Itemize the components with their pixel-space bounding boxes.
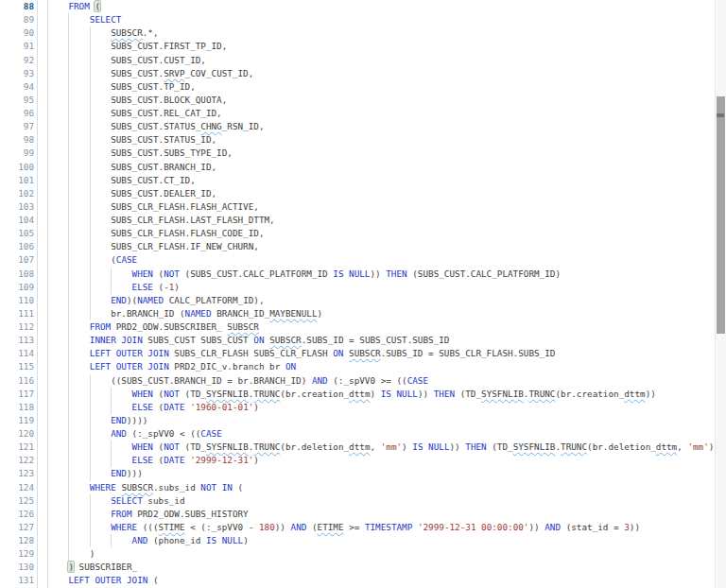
code-line[interactable]: SUBS_CUST.STATUS_CHNG_RSN_ID, (47, 120, 265, 133)
code-area[interactable]: SUBSCR.*, (37, 26, 726, 40)
code-area[interactable]: AND (:_spVV0 < ((CASE (37, 427, 726, 441)
code-line[interactable]: SUBS_CUST.CUST_ID, (47, 54, 206, 67)
code-line[interactable]: WHEN (NOT (TD_SYSFNLIB.TRUNC(br.deletion… (47, 441, 719, 454)
code-line[interactable]: SUBS_CUST.DEALER_ID, (47, 187, 216, 200)
code-line[interactable]: SUBS_CUST.REL_CAT_ID, (47, 107, 222, 120)
code-area[interactable]: SUBS_CLR_FLASH.IF_NEW_CHURN, (37, 240, 726, 253)
code-area[interactable]: ) (37, 547, 726, 561)
code-area[interactable]: ) SUBSCRIBER_ (37, 561, 726, 574)
code-area[interactable]: SUBS_CUST.TP_ID, (37, 80, 726, 94)
code-line[interactable]: SELECT subs_id (47, 494, 185, 508)
editor-row: 111 br.BRANCH_ID (NAMED BRANCH_ID_MAYBEN… (0, 307, 726, 320)
sql-text: ( (233, 482, 243, 493)
code-area[interactable]: WHEN (NOT (TD_SYSFNLIB.TRUNC(br.creation… (37, 388, 726, 401)
sql-keyword: NAMED (185, 308, 212, 319)
code-line[interactable]: SUBS_CUST.SUBS_TYPE_ID, (47, 147, 233, 160)
code-area[interactable]: SUBS_CUST.REL_CAT_ID, (37, 107, 726, 120)
code-area[interactable]: ELSE (-1) (37, 281, 726, 294)
code-line[interactable]: br.BRANCH_ID (NAMED BRANCH_ID_MAYBENULL) (47, 307, 322, 320)
code-area[interactable]: END)(NAMED CALC_PLATFORM_ID), (37, 294, 726, 307)
code-line[interactable]: ) SUBSCRIBER_ (47, 561, 137, 574)
code-area[interactable]: END)))) (37, 414, 726, 427)
code-line[interactable]: SUBS_CUST.TP_ID, (47, 80, 196, 94)
code-area[interactable]: ELSE (DATE '2999-12-31') (37, 454, 726, 467)
code-area[interactable]: ELSE (DATE '1960-01-01') (37, 401, 726, 414)
code-area[interactable]: FROM PRD2_ODW.SUBSCRIBER_ SUBSCR (37, 320, 726, 334)
code-area[interactable]: SUBS_CUST.DEALER_ID, (37, 187, 726, 200)
code-line[interactable]: AND (:_spVV0 < ((CASE (47, 427, 222, 441)
code-area[interactable]: SUBS_CUST.CT_ID, (37, 174, 726, 187)
code-area[interactable]: INNER JOIN SUBS_CUST SUBS_CUST ON SUBSCR… (37, 334, 726, 347)
code-line[interactable]: LEFT OUTER JOIN PRD2_DIC_v.branch br ON (47, 360, 296, 373)
code-line[interactable]: END))) (47, 467, 143, 480)
code-area[interactable]: SUBS_CUST.BRANCH_ID, (37, 161, 726, 174)
code-line[interactable]: ELSE (DATE '2999-12-31') (47, 454, 259, 467)
code-line[interactable]: SUBS_CLR_FLASH.LAST_FLASH_DTTM, (47, 214, 275, 227)
code-area[interactable]: LEFT OUTER JOIN ( (37, 574, 726, 587)
code-line[interactable]: LEFT OUTER JOIN SUBS_CLR_FLASH SUBS_CLR_… (47, 347, 555, 360)
code-line[interactable]: AND (phone_id IS NULL) (47, 534, 249, 547)
code-area[interactable]: WHERE (((STIME < (:_spVV0 - 180)) AND (E… (37, 521, 726, 534)
code-line[interactable]: LEFT OUTER JOIN ( (47, 574, 159, 587)
code-area[interactable]: SELECT (37, 13, 726, 26)
code-area[interactable]: SUBS_CUST.FIRST_TP_ID, (37, 40, 726, 53)
code-line[interactable]: WHEN (NOT (TD_SYSFNLIB.TRUNC(br.creation… (47, 388, 656, 401)
code-line[interactable]: END)(NAMED CALC_PLATFORM_ID), (47, 294, 265, 307)
code-area[interactable]: ((SUBS_CUST.BRANCH_ID = br.BRANCH_ID) AN… (37, 374, 726, 388)
code-line[interactable]: SELECT (47, 13, 121, 26)
code-line[interactable]: SUBS_CUST.STATUS_ID, (47, 133, 216, 147)
code-line[interactable]: FROM PRD2_ODW.SUBSCRIBER_ SUBSCR (47, 320, 259, 334)
code-line[interactable]: ((SUBS_CUST.BRANCH_ID = br.BRANCH_ID) AN… (47, 374, 428, 388)
code-line[interactable]: ELSE (DATE '1960-01-01') (47, 401, 259, 414)
code-line[interactable]: ) (47, 547, 95, 561)
sql-text: (br.deletion_ (280, 441, 349, 452)
code-area[interactable]: SUBS_CLR_FLASH.FLASH_ACTIVE, (37, 200, 726, 214)
code-line[interactable]: (CASE (47, 253, 137, 267)
code-line[interactable]: SUBSCR.*, (47, 26, 159, 40)
code-area[interactable]: WHEN (NOT (TD_SYSFNLIB.TRUNC(br.deletion… (37, 441, 726, 454)
code-line[interactable]: WHEN (NOT (SUBS_CUST.CALC_PLATFORM_ID IS… (47, 268, 561, 281)
code-area[interactable]: SUBS_CLR_FLASH.FLASH_CODE_ID, (37, 227, 726, 240)
code-line[interactable]: SUBS_CUST.CT_ID, (47, 174, 196, 187)
code-area[interactable]: WHEN (NOT (SUBS_CUST.CALC_PLATFORM_ID IS… (37, 268, 726, 281)
scrollbar-thumb[interactable] (717, 96, 725, 334)
code-line[interactable]: INNER JOIN SUBS_CUST SUBS_CUST ON SUBSCR… (47, 334, 449, 347)
code-area[interactable]: FROM ( (37, 0, 726, 13)
code-area[interactable]: (CASE (37, 253, 726, 267)
code-line[interactable]: SUBS_CLR_FLASH.FLASH_CODE_ID, (47, 227, 265, 240)
code-area[interactable]: WHERE SUBSCR.subs_id NOT IN ( (37, 481, 726, 494)
code-area[interactable]: br.BRANCH_ID (NAMED BRANCH_ID_MAYBENULL) (37, 307, 726, 320)
code-line[interactable]: WHERE SUBSCR.subs_id NOT IN ( (47, 481, 243, 494)
code-area[interactable]: LEFT OUTER JOIN SUBS_CLR_FLASH SUBS_CLR_… (37, 347, 726, 360)
code-area[interactable]: LEFT OUTER JOIN PRD2_DIC_v.branch br ON (37, 360, 726, 373)
code-line[interactable]: SUBS_CUST.FIRST_TP_ID, (47, 40, 227, 53)
line-number: 116 (0, 374, 37, 388)
code-area[interactable]: SUBS_CUST.STATUS_CHNG_RSN_ID, (37, 120, 726, 133)
code-line[interactable]: FROM ( (47, 0, 100, 13)
code-line[interactable]: SUBS_CUST.SRVP_COV_CUST_ID, (47, 67, 253, 80)
code-line[interactable]: WHERE (((STIME < (:_spVV0 - 180)) AND (E… (47, 521, 640, 534)
code-line[interactable]: SUBS_CUST.BLOCK_QUOTA, (47, 94, 227, 107)
sql-text: (br.creation_ (280, 389, 349, 399)
code-area[interactable]: SUBS_CUST.STATUS_ID, (37, 133, 726, 147)
code-area[interactable]: SUBS_CUST.SRVP_COV_CUST_ID, (37, 67, 726, 80)
code-area[interactable]: END))) (37, 467, 726, 480)
spellcheck-flagged-token: dttm (624, 389, 645, 399)
code-area[interactable]: AND (phone_id IS NULL) (37, 534, 726, 547)
vertical-scrollbar[interactable] (715, 0, 726, 588)
code-area[interactable]: SUBS_CUST.CUST_ID, (37, 54, 726, 67)
code-area[interactable]: FROM PRD2_ODW.SUBS_HISTORY (37, 508, 726, 521)
sql-text: PRD2_DIC_v.branch br (169, 361, 285, 372)
sql-keyword: ON (253, 335, 264, 345)
code-area[interactable]: SUBS_CLR_FLASH.LAST_FLASH_DTTM, (37, 214, 726, 227)
code-line[interactable]: SUBS_CLR_FLASH.FLASH_ACTIVE, (47, 200, 259, 214)
code-line[interactable]: ELSE (-1) (47, 281, 180, 294)
code-area[interactable]: SUBS_CUST.BLOCK_QUOTA, (37, 94, 726, 107)
code-line[interactable]: FROM PRD2_ODW.SUBS_HISTORY (47, 508, 249, 521)
code-line[interactable]: END)))) (47, 414, 147, 427)
code-area[interactable]: SELECT subs_id (37, 494, 726, 508)
code-line[interactable]: SUBS_CLR_FLASH.IF_NEW_CHURN, (47, 240, 259, 253)
code-area[interactable]: SUBS_CUST.SUBS_TYPE_ID, (37, 147, 726, 160)
code-line[interactable]: SUBS_CUST.BRANCH_ID, (47, 161, 216, 174)
sql-editor[interactable]: 88 FROM (89 SELECT90 SUBSCR.*,91 SUBS_CU… (0, 0, 726, 588)
